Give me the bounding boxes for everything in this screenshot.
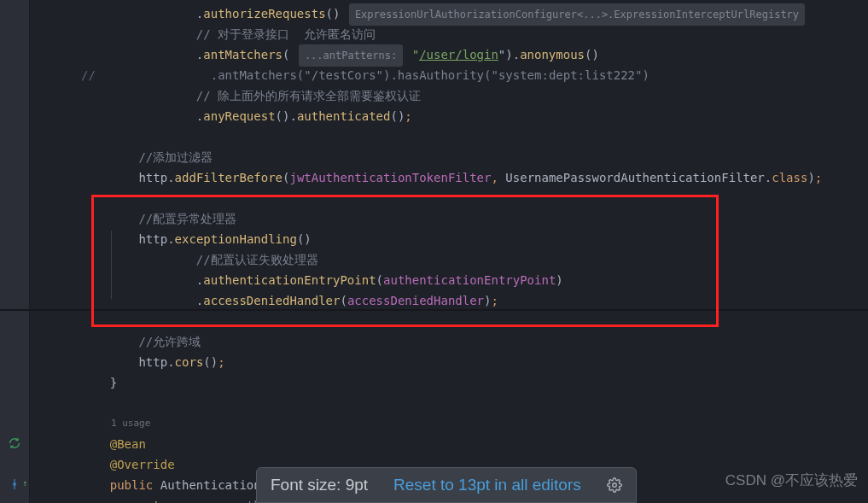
- watermark: CSDN @不应该热爱: [725, 471, 858, 491]
- code-line: .anyRequest().authenticated();: [30, 106, 868, 126]
- reset-font-link[interactable]: Reset to 13pt in all editors: [393, 475, 581, 495]
- hint-badge: ...antPatterns:: [299, 44, 403, 67]
- code-line: //添加过滤器: [30, 147, 868, 167]
- hint-badge: ExpressionUrlAuthorizationConfigurer<...…: [349, 3, 805, 26]
- code-line: http.exceptionHandling(): [30, 229, 868, 249]
- fold-guide: [111, 231, 112, 299]
- code-line: http.addFilterBefore(jwtAuthenticationTo…: [30, 167, 868, 188]
- code-line: [30, 393, 868, 413]
- selection-band: [0, 309, 868, 311]
- font-size-label: Font size: 9pt: [271, 475, 368, 495]
- usage-hint[interactable]: 1 usage: [30, 413, 868, 434]
- svg-point-1: [613, 483, 617, 488]
- code-line: @Bean: [30, 434, 868, 454]
- code-line: [30, 188, 868, 208]
- code-line: .accessDeniedHandler(accessDeniedHandler…: [30, 290, 868, 311]
- code-line: .authenticationEntryPoint(authentication…: [30, 270, 868, 290]
- font-size-popup: Font size: 9pt Reset to 13pt in all edit…: [256, 467, 637, 503]
- code-line: }: [30, 372, 868, 393]
- code-line: // .antMatchers("/testCors").hasAuthorit…: [30, 65, 868, 85]
- code-line: // 对于登录接口 允许匿名访问: [30, 24, 868, 44]
- code-line: http.cors();: [30, 352, 868, 372]
- code-editor[interactable]: .authorizeRequests() ExpressionUrlAuthor…: [0, 0, 868, 503]
- code-line: [30, 126, 868, 147]
- code-line: .antMatchers( ...antPatterns: "/user/log…: [30, 44, 868, 65]
- code-line: //配置异常处理器: [30, 208, 868, 229]
- code-line: [30, 311, 868, 331]
- code-line: //配置认证失败处理器: [30, 249, 868, 270]
- gear-icon[interactable]: [607, 477, 622, 493]
- code-line: // 除上面外的所有请求全部需要鉴权认证: [30, 85, 868, 106]
- code-line: //允许跨域: [30, 331, 868, 352]
- code-line: .authorizeRequests() ExpressionUrlAuthor…: [30, 3, 868, 24]
